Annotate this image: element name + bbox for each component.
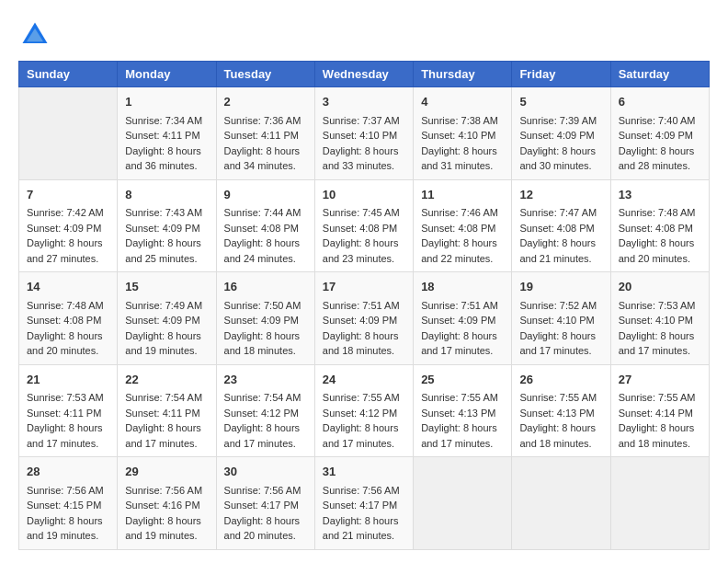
sunset-text: Sunset: 4:15 PM — [27, 500, 101, 511]
sunrise-text: Sunrise: 7:49 AM — [125, 300, 202, 311]
sunrise-text: Sunrise: 7:55 AM — [323, 392, 400, 403]
sunset-text: Sunset: 4:17 PM — [323, 500, 397, 511]
daylight-text: Daylight: 8 hours and 17 minutes. — [27, 422, 103, 449]
day-number: 5 — [519, 93, 602, 111]
sunrise-text: Sunrise: 7:56 AM — [323, 485, 400, 496]
sunrise-text: Sunrise: 7:39 AM — [519, 115, 597, 126]
daylight-text: Daylight: 8 hours and 17 minutes. — [125, 422, 201, 449]
sunset-text: Sunset: 4:11 PM — [224, 130, 299, 141]
day-number: 30 — [224, 463, 307, 481]
calendar-cell: 31Sunrise: 7:56 AMSunset: 4:17 PMDayligh… — [314, 457, 413, 550]
day-number: 28 — [27, 463, 109, 481]
sunset-text: Sunset: 4:08 PM — [519, 223, 594, 234]
calendar-cell: 23Sunrise: 7:54 AMSunset: 4:12 PMDayligh… — [216, 364, 314, 457]
calendar-cell: 20Sunrise: 7:53 AMSunset: 4:10 PMDayligh… — [610, 272, 709, 365]
sunset-text: Sunset: 4:08 PM — [323, 223, 397, 234]
calendar-cell: 24Sunrise: 7:55 AMSunset: 4:12 PMDayligh… — [314, 364, 413, 457]
daylight-text: Daylight: 8 hours and 24 minutes. — [224, 237, 301, 264]
calendar-cell: 3Sunrise: 7:37 AMSunset: 4:10 PMDaylight… — [314, 87, 413, 180]
sunrise-text: Sunrise: 7:55 AM — [421, 392, 498, 403]
daylight-text: Daylight: 8 hours and 28 minutes. — [619, 145, 695, 172]
sunset-text: Sunset: 4:11 PM — [27, 408, 101, 419]
header — [18, 18, 710, 52]
daylight-text: Daylight: 8 hours and 27 minutes. — [27, 237, 103, 264]
sunset-text: Sunset: 4:14 PM — [619, 408, 693, 419]
daylight-text: Daylight: 8 hours and 31 minutes. — [421, 145, 497, 172]
calendar-cell: 9Sunrise: 7:44 AMSunset: 4:08 PMDaylight… — [216, 179, 314, 272]
daylight-text: Daylight: 8 hours and 19 minutes. — [125, 515, 201, 542]
day-header-tuesday: Tuesday — [216, 62, 314, 87]
daylight-text: Daylight: 8 hours and 19 minutes. — [27, 515, 103, 542]
day-number: 21 — [27, 371, 109, 389]
sunrise-text: Sunrise: 7:44 AM — [224, 207, 301, 218]
day-number: 10 — [323, 186, 405, 204]
sunset-text: Sunset: 4:13 PM — [519, 408, 594, 419]
day-number: 3 — [323, 93, 405, 111]
calendar-cell: 21Sunrise: 7:53 AMSunset: 4:11 PMDayligh… — [19, 364, 118, 457]
day-number: 23 — [224, 371, 307, 389]
day-number: 17 — [323, 278, 405, 296]
sunset-text: Sunset: 4:09 PM — [125, 315, 199, 326]
daylight-text: Daylight: 8 hours and 20 minutes. — [224, 515, 301, 542]
daylight-text: Daylight: 8 hours and 25 minutes. — [125, 237, 201, 264]
week-row-1: 1Sunrise: 7:34 AMSunset: 4:11 PMDaylight… — [19, 87, 710, 180]
sunset-text: Sunset: 4:08 PM — [224, 223, 299, 234]
daylight-text: Daylight: 8 hours and 17 minutes. — [421, 422, 497, 449]
daylight-text: Daylight: 8 hours and 20 minutes. — [619, 237, 695, 264]
day-number: 6 — [619, 93, 701, 111]
calendar-cell: 22Sunrise: 7:54 AMSunset: 4:11 PMDayligh… — [118, 364, 216, 457]
calendar-cell: 30Sunrise: 7:56 AMSunset: 4:17 PMDayligh… — [216, 457, 314, 550]
sunrise-text: Sunrise: 7:55 AM — [519, 392, 597, 403]
day-number: 15 — [125, 278, 208, 296]
day-number: 24 — [323, 371, 405, 389]
sunrise-text: Sunrise: 7:53 AM — [27, 392, 104, 403]
calendar-cell — [610, 457, 709, 550]
day-number: 26 — [519, 371, 602, 389]
sunset-text: Sunset: 4:10 PM — [519, 315, 594, 326]
sunset-text: Sunset: 4:09 PM — [619, 130, 693, 141]
daylight-text: Daylight: 8 hours and 21 minutes. — [323, 515, 399, 542]
day-number: 20 — [619, 278, 701, 296]
daylight-text: Daylight: 8 hours and 17 minutes. — [619, 330, 695, 357]
sunrise-text: Sunrise: 7:40 AM — [619, 115, 696, 126]
sunset-text: Sunset: 4:11 PM — [125, 130, 199, 141]
day-number: 14 — [27, 278, 109, 296]
calendar-cell: 11Sunrise: 7:46 AMSunset: 4:08 PMDayligh… — [414, 179, 512, 272]
sunrise-text: Sunrise: 7:36 AM — [224, 115, 301, 126]
calendar-cell: 5Sunrise: 7:39 AMSunset: 4:09 PMDaylight… — [512, 87, 610, 180]
calendar-cell: 16Sunrise: 7:50 AMSunset: 4:09 PMDayligh… — [216, 272, 314, 365]
calendar-cell: 10Sunrise: 7:45 AMSunset: 4:08 PMDayligh… — [314, 179, 413, 272]
sunrise-text: Sunrise: 7:56 AM — [224, 485, 301, 496]
daylight-text: Daylight: 8 hours and 18 minutes. — [619, 422, 695, 449]
calendar-cell: 15Sunrise: 7:49 AMSunset: 4:09 PMDayligh… — [118, 272, 216, 365]
header-row: SundayMondayTuesdayWednesdayThursdayFrid… — [19, 62, 710, 87]
sunrise-text: Sunrise: 7:46 AM — [421, 207, 498, 218]
sunrise-text: Sunrise: 7:52 AM — [519, 300, 597, 311]
sunset-text: Sunset: 4:12 PM — [323, 408, 397, 419]
sunrise-text: Sunrise: 7:55 AM — [619, 392, 696, 403]
daylight-text: Daylight: 8 hours and 18 minutes. — [323, 330, 399, 357]
day-number: 29 — [125, 463, 208, 481]
daylight-text: Daylight: 8 hours and 21 minutes. — [519, 237, 596, 264]
sunset-text: Sunset: 4:09 PM — [421, 315, 495, 326]
sunset-text: Sunset: 4:12 PM — [224, 408, 299, 419]
sunset-text: Sunset: 4:09 PM — [323, 315, 397, 326]
sunrise-text: Sunrise: 7:47 AM — [519, 207, 597, 218]
sunrise-text: Sunrise: 7:48 AM — [27, 300, 104, 311]
day-number: 4 — [421, 93, 504, 111]
sunrise-text: Sunrise: 7:51 AM — [323, 300, 400, 311]
calendar-cell: 17Sunrise: 7:51 AMSunset: 4:09 PMDayligh… — [314, 272, 413, 365]
calendar-cell: 2Sunrise: 7:36 AMSunset: 4:11 PMDaylight… — [216, 87, 314, 180]
logo — [18, 18, 55, 52]
day-number: 16 — [224, 278, 307, 296]
daylight-text: Daylight: 8 hours and 33 minutes. — [323, 145, 399, 172]
calendar-cell: 19Sunrise: 7:52 AMSunset: 4:10 PMDayligh… — [512, 272, 610, 365]
calendar-cell: 27Sunrise: 7:55 AMSunset: 4:14 PMDayligh… — [610, 364, 709, 457]
day-number: 11 — [421, 186, 504, 204]
daylight-text: Daylight: 8 hours and 30 minutes. — [519, 145, 596, 172]
day-number: 19 — [519, 278, 602, 296]
day-number: 1 — [125, 93, 208, 111]
day-number: 22 — [125, 371, 208, 389]
calendar-cell: 28Sunrise: 7:56 AMSunset: 4:15 PMDayligh… — [19, 457, 118, 550]
daylight-text: Daylight: 8 hours and 23 minutes. — [323, 237, 399, 264]
